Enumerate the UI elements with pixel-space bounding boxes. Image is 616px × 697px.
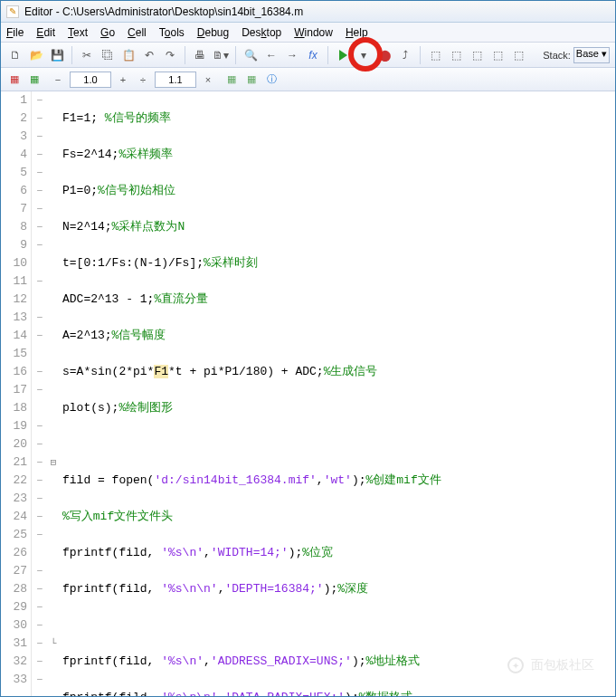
stack-icon2[interactable]: ⬚	[447, 46, 465, 64]
run-button[interactable]	[334, 46, 352, 64]
menu-file[interactable]: File	[6, 26, 24, 39]
step-icon[interactable]: ⤴	[396, 46, 414, 64]
cell-tool1-icon[interactable]: ▦	[223, 72, 240, 88]
redo-icon[interactable]: ↷	[161, 46, 179, 64]
copy-icon[interactable]: ⿻	[99, 46, 117, 64]
divide-icon[interactable]: ÷	[135, 72, 151, 88]
cell-run-icon[interactable]: ▦	[26, 72, 43, 88]
minus-icon[interactable]: −	[50, 72, 66, 88]
separator	[185, 46, 185, 64]
new-icon[interactable]: 🗋	[6, 46, 24, 64]
code-editor[interactable]: 1234567891011121314151617181920212223242…	[1, 91, 615, 696]
stack-select[interactable]: Base ▾	[573, 47, 610, 63]
cut-icon[interactable]: ✂	[78, 46, 96, 64]
separator	[327, 46, 328, 64]
stack-icon5[interactable]: ⬚	[509, 46, 527, 64]
toolbar-cell: ▦ ▦ − + ÷ × ▦ ▦ ⓘ	[1, 68, 615, 91]
stack-label: Stack:	[543, 50, 571, 61]
watermark: ✦ 面包板社区	[507, 657, 594, 673]
toolbar-main: 🗋 📂 💾 ✂ ⿻ 📋 ↶ ↷ 🖶 🗎▾ 🔍 ← → fx ▾ ⬤ ⤴ ⬚ ⬚ …	[1, 43, 615, 68]
menu-edit[interactable]: Edit	[36, 26, 55, 39]
times-icon[interactable]: ×	[200, 72, 216, 88]
fx-icon[interactable]: fx	[304, 46, 322, 64]
wechat-icon: ✦	[507, 657, 524, 673]
menubar: File Edit Text Go Cell Tools Debug Deskt…	[1, 23, 615, 43]
play-icon	[339, 50, 347, 61]
stack-icon3[interactable]: ⬚	[468, 46, 486, 64]
print-icon[interactable]: 🖶	[191, 46, 209, 64]
separator	[420, 46, 421, 64]
cell-add-icon[interactable]: ▦	[6, 72, 23, 88]
paste-icon[interactable]: 📋	[119, 46, 137, 64]
menu-debug[interactable]: Debug	[197, 26, 229, 39]
window-title: Editor - C:\Users\Administrator\Desktop\…	[24, 5, 303, 18]
cell-tool2-icon[interactable]: ▦	[243, 72, 260, 88]
save-icon[interactable]: 💾	[48, 46, 66, 64]
zoom2-input[interactable]	[155, 72, 196, 88]
info-icon[interactable]: ⓘ	[263, 72, 280, 88]
editor-window: Editor - C:\Users\Administrator\Desktop\…	[0, 0, 616, 697]
stack-icon1[interactable]: ⬚	[426, 46, 444, 64]
app-icon	[6, 5, 19, 18]
breakpoint-icon[interactable]: ⬤	[375, 46, 393, 64]
menu-tools[interactable]: Tools	[159, 26, 185, 39]
fold-column[interactable]: ⊟└	[48, 91, 59, 696]
line-gutter: 1234567891011121314151617181920212223242…	[1, 91, 32, 696]
open-icon[interactable]: 📂	[27, 46, 45, 64]
menu-window[interactable]: Window	[294, 26, 333, 39]
run-dropdown-icon[interactable]: ▾	[355, 46, 373, 64]
plus-icon[interactable]: +	[115, 72, 131, 88]
nav-back-icon[interactable]: ←	[262, 46, 280, 64]
find-icon[interactable]: 🔍	[242, 46, 260, 64]
print-preview-icon[interactable]: 🗎▾	[212, 46, 230, 64]
separator	[71, 46, 72, 64]
separator	[235, 46, 236, 64]
code-area[interactable]: F1=1; %信号的频率 Fs=2^14;%采样频率 P1=0;%信号初始相位 …	[59, 91, 615, 696]
undo-icon[interactable]: ↶	[140, 46, 158, 64]
menu-cell[interactable]: Cell	[128, 26, 147, 39]
menu-text[interactable]: Text	[68, 26, 88, 39]
dash-column: ––––––––––––––––––––––––––––	[32, 91, 48, 696]
menu-help[interactable]: Help	[346, 26, 368, 39]
menu-desktop[interactable]: Desktop	[242, 26, 281, 39]
stack-icon4[interactable]: ⬚	[488, 46, 507, 64]
menu-go[interactable]: Go	[100, 26, 115, 39]
titlebar[interactable]: Editor - C:\Users\Administrator\Desktop\…	[1, 1, 615, 23]
zoom1-input[interactable]	[70, 72, 111, 88]
nav-fwd-icon[interactable]: →	[283, 46, 301, 64]
